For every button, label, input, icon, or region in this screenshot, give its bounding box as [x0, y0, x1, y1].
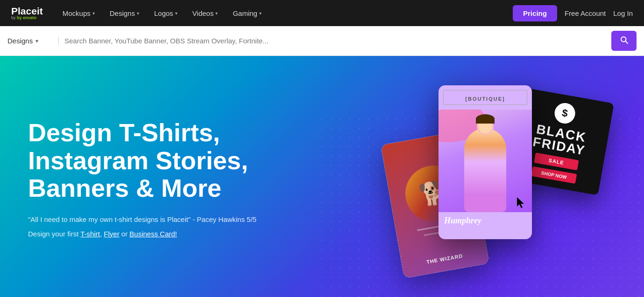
nav-item-videos[interactable]: Videos ▾	[186, 6, 225, 21]
nav-item-designs[interactable]: Designs ▾	[103, 6, 146, 21]
logo[interactable]: Placeit by by envato	[11, 6, 43, 21]
nav-links: Mockups ▾ Designs ▾ Logos ▾ Videos ▾ Gam…	[56, 6, 513, 21]
chevron-down-icon: ▾	[215, 11, 218, 16]
pricing-button[interactable]: Pricing	[513, 5, 557, 21]
nav-right: Pricing Free Account Log In	[513, 5, 633, 21]
search-category-label: Designs	[7, 37, 33, 45]
search-input[interactable]	[64, 37, 608, 45]
hero-cta-links: Design your first T-shirt, Flyer or Busi…	[28, 230, 308, 238]
nav-item-logos[interactable]: Logos ▾	[148, 6, 184, 21]
hero-cta-prefix: Design your first	[28, 230, 78, 238]
free-account-link[interactable]: Free Account	[565, 9, 606, 17]
search-bar: Designs ▾	[0, 26, 644, 56]
blackfriday-logo: $	[553, 101, 577, 124]
boutique-header-label: [BOUTIQUE]	[443, 90, 527, 105]
nav-item-mockups[interactable]: Mockups ▾	[56, 6, 101, 21]
hero-link-businesscard[interactable]: Business Card!	[129, 230, 177, 238]
hero-cards: 🐕 THE WIZARD [BOUTIQUE]	[364, 81, 607, 276]
svg-point-0	[621, 37, 626, 42]
hero-quote: "All I need to make my own t-shirt desig…	[28, 215, 308, 223]
hero-content: Design T-Shirts, Instagram Stories, Bann…	[28, 119, 308, 237]
logo-sub: by by envato	[11, 16, 43, 21]
navbar: Placeit by by envato Mockups ▾ Designs ▾…	[0, 0, 644, 26]
search-icon	[620, 35, 628, 44]
hero-link-tshirt[interactable]: T-shirt	[80, 230, 100, 238]
chevron-down-icon: ▾	[259, 11, 262, 16]
cursor-icon	[517, 197, 526, 211]
search-button[interactable]	[611, 31, 637, 51]
chevron-down-icon: ▾	[175, 11, 177, 16]
svg-line-1	[626, 41, 628, 44]
login-link[interactable]: Log In	[613, 9, 633, 17]
search-input-wrap	[64, 37, 608, 45]
card-boutique: [BOUTIQUE] Humphrey	[439, 85, 532, 239]
hero-link-flyer[interactable]: Flyer	[104, 230, 119, 238]
hero-title: Design T-Shirts, Instagram Stories, Bann…	[28, 119, 308, 202]
chevron-down-icon: ▾	[35, 38, 38, 44]
logo-name: Placeit	[11, 6, 43, 16]
hero-section: Design T-Shirts, Instagram Stories, Bann…	[0, 56, 644, 297]
boutique-footer-name: Humphrey	[439, 212, 532, 229]
nav-item-gaming[interactable]: Gaming ▾	[226, 6, 268, 21]
boutique-model-image	[439, 110, 532, 212]
chevron-down-icon: ▾	[92, 11, 95, 16]
chevron-down-icon: ▾	[137, 11, 139, 16]
search-category-select[interactable]: Designs ▾	[7, 37, 59, 45]
